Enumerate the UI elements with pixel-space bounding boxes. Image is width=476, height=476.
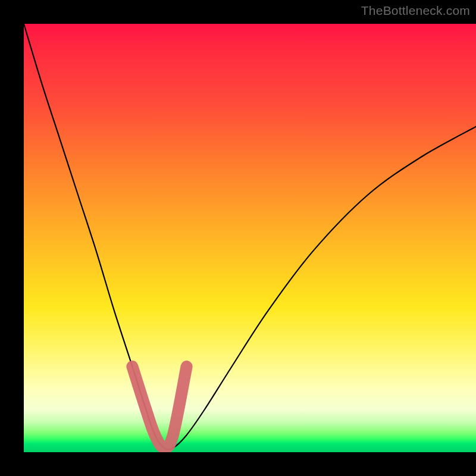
plot-area (24, 24, 476, 452)
curve-svg (24, 24, 476, 452)
bottleneck-curve (24, 24, 476, 450)
watermark-text: TheBottleneck.com (361, 4, 470, 18)
chart-stage: TheBottleneck.com (0, 0, 476, 476)
optimal-valley-marker (132, 367, 186, 448)
